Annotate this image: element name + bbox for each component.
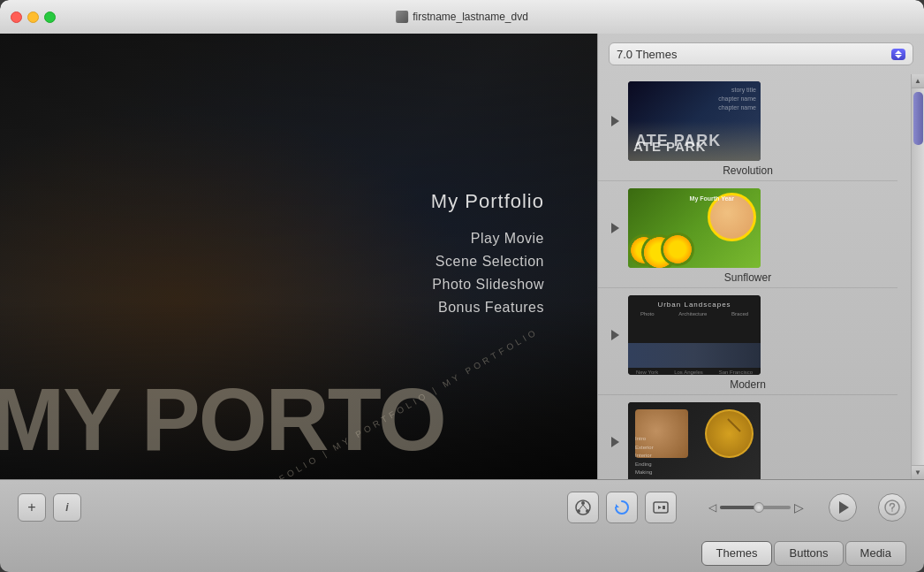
title-bar: firstname_lastname_dvd [0,0,924,34]
theme-panel: 7.0 Themes ATE PARK story titlechapter n… [597,34,924,479]
menu-item-bonus[interactable]: Bonus Features [431,300,544,316]
scrollbar-down-arrow[interactable]: ▼ [912,465,924,479]
dvd-title: My Portfolio [431,190,544,213]
menu-item-play[interactable]: Play Movie [431,231,544,247]
svg-point-3 [586,509,589,513]
toolbar-bottom: Themes Buttons Media [0,534,924,572]
theme-item-revolution[interactable]: ATE PARK story titlechapter namechapter … [598,74,897,181]
sunflower-name: Sunflower [724,271,771,284]
network-icon [574,499,592,516]
window-title-area: firstname_lastname_dvd [396,11,528,23]
info-button[interactable]: i [53,493,81,522]
revolution-name: Revolution [723,164,773,177]
svg-point-2 [577,509,580,513]
main-area: MY PORTO MY PORTFOLIO | MY PORTFOLIO | M… [0,34,924,479]
svg-marker-6 [616,504,619,507]
window-icon [396,11,408,23]
theme-item-modern[interactable]: Urban Landscapes PhotoArchitectureBraced… [598,288,897,395]
svg-rect-8 [663,506,665,509]
svg-point-10 [891,510,893,512]
add-icon: + [27,500,35,515]
modern-thumbnail: Urban Landscapes PhotoArchitectureBraced… [628,295,761,375]
revolution-thumb-row: ATE PARK story titlechapter namechapter … [607,81,889,161]
fourth-thumbnail: IntroExteriorInteriorEndingMaking [628,402,761,479]
theme-item-sunflower[interactable]: My Fourth Year Sunflower [598,181,897,288]
revolution-thumbnail: ATE PARK story titlechapter namechapter … [628,81,761,161]
volume-low-icon: ◁ [708,501,716,514]
theme-item-fourth[interactable]: IntroExteriorInteriorEndingMaking [598,395,897,479]
scrollbar[interactable]: ▲ ▼ [911,74,924,479]
refresh-button[interactable] [606,492,638,523]
toolbar: + i [0,479,924,572]
volume-high-icon: ▷ [794,500,804,515]
dropdown-arrow-icon [891,49,905,60]
sunflower-play-icon[interactable] [607,220,623,236]
modern-play-icon[interactable] [607,327,623,343]
fourth-play-icon[interactable] [607,434,623,450]
maximize-button[interactable] [44,11,56,23]
close-button[interactable] [11,11,22,23]
refresh-icon [613,499,631,516]
volume-control: ◁ ▷ [708,500,804,515]
dvd-menu: My Portfolio Play Movie Scene Selection … [431,190,544,323]
window-title: firstname_lastname_dvd [413,11,528,23]
theme-selector: 7.0 Themes [598,34,924,74]
network-button[interactable] [567,492,599,523]
encode-button[interactable] [645,492,677,523]
menu-item-photo[interactable]: Photo Slideshow [431,277,544,293]
modern-thumb-row: Urban Landscapes PhotoArchitectureBraced… [607,295,889,375]
traffic-lights [0,11,56,23]
minimize-button[interactable] [27,11,39,23]
help-icon [883,499,901,516]
help-button[interactable] [878,493,906,522]
theme-dropdown[interactable]: 7.0 Themes [609,42,913,65]
tab-buttons[interactable]: Buttons [774,541,843,566]
fourth-thumb-row: IntroExteriorInteriorEndingMaking [607,402,889,479]
add-button[interactable]: + [18,493,46,522]
svg-line-4 [579,505,583,509]
scrollbar-thumb[interactable] [913,92,923,145]
tab-media[interactable]: Media [845,541,906,566]
modern-name: Modern [730,378,766,391]
revolution-play-icon[interactable] [607,113,623,129]
volume-slider-track[interactable] [720,506,791,509]
theme-list: ATE PARK story titlechapter namechapter … [598,74,911,479]
svg-line-5 [583,505,587,509]
theme-list-wrapper: ATE PARK story titlechapter namechapter … [598,74,924,479]
scrollbar-up-arrow[interactable]: ▲ [912,74,924,88]
theme-dropdown-label: 7.0 Themes [617,48,677,61]
volume-slider-thumb[interactable] [754,502,764,513]
sunflower-thumbnail: My Fourth Year [628,188,761,268]
sunflower-thumb-row: My Fourth Year [607,188,889,268]
toolbar-top: + i [0,480,924,534]
svg-point-1 [581,501,585,505]
dvd-preview: MY PORTO MY PORTFOLIO | MY PORTFOLIO | M… [0,34,597,479]
tab-themes[interactable]: Themes [701,541,773,566]
info-icon: i [65,501,68,514]
play-button[interactable] [829,493,857,522]
encode-icon [652,499,670,516]
menu-item-scene[interactable]: Scene Selection [431,254,544,270]
